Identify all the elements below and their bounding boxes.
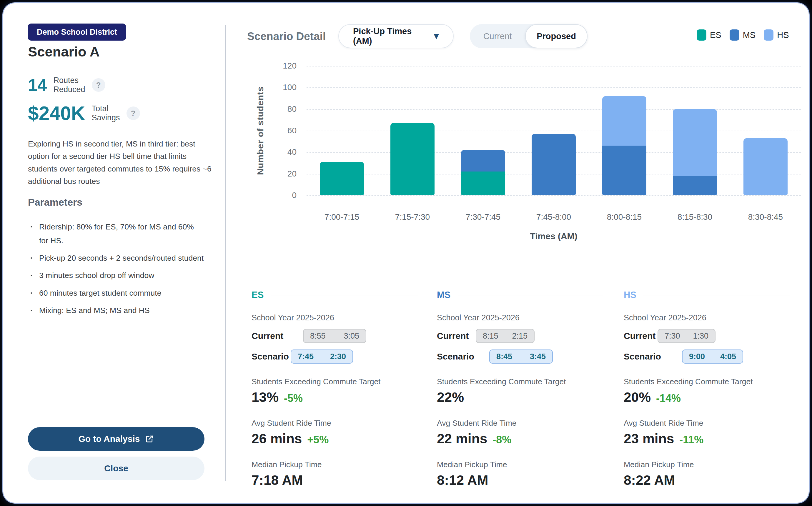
hs-current-row: Current 7:301:30	[624, 329, 790, 343]
parameters-heading: Parameters	[28, 196, 82, 208]
bar-segment	[320, 162, 364, 195]
go-to-analysis-button[interactable]: Go to Analysis	[28, 427, 204, 451]
x-tick-label: 8:30-8:45	[733, 213, 798, 222]
parameter-item: Pick-up 20 seconds + 2 seconds/routed st…	[28, 251, 204, 265]
bar-segment	[390, 123, 435, 195]
es-column: ES School Year 2025-2026 Current 8:553:0…	[252, 290, 418, 488]
legend-item-ms: MS	[730, 29, 756, 40]
legend-item-hs: HS	[764, 29, 789, 40]
chart-yticks: 020406080100120	[256, 66, 296, 195]
bar-segment	[602, 96, 646, 146]
routes-reduced-stat: 14 Routes Reduced ?	[28, 76, 105, 94]
chart-plot	[306, 66, 801, 195]
ms-commute-stat: Students Exceeding Commute Target 22%	[437, 377, 603, 405]
toggle-current[interactable]: Current	[470, 31, 525, 41]
pickup-times-chart: Number of students 020406080100120 7:00-…	[256, 66, 803, 248]
es-column-header: ES	[252, 290, 418, 301]
y-tick-label: 40	[256, 147, 296, 157]
header-divider	[271, 295, 418, 296]
y-tick-label: 60	[256, 126, 296, 135]
parameter-item: Ridership: 80% for ES, 70% for MS and 60…	[28, 220, 204, 248]
x-tick-label: 7:30-7:45	[451, 213, 516, 222]
es-color-chip	[697, 29, 706, 40]
bar-segment	[673, 176, 717, 195]
detail-title: Scenario Detail	[247, 30, 326, 43]
y-tick-label: 80	[256, 104, 296, 114]
total-savings-value: $240K	[28, 103, 85, 123]
es-commute-stat: Students Exceeding Commute Target 13% -5…	[252, 377, 418, 405]
x-axis-title: Times (AM)	[306, 231, 801, 241]
y-tick-label: 20	[256, 169, 296, 179]
current-proposed-toggle: Current Proposed	[470, 24, 588, 48]
bar-segment	[602, 146, 646, 195]
es-current-times: 8:553:05	[303, 329, 366, 343]
y-tick-label: 120	[256, 61, 296, 71]
chart-xlabels: 7:00-7:157:15-7:307:30-7:457:45-8:008:00…	[306, 213, 801, 224]
hs-ride-time-stat: Avg Student Ride Time 23 mins -11%	[624, 419, 790, 446]
metric-dropdown[interactable]: Pick-Up Times (AM) ▼	[338, 24, 454, 48]
scenario-modal: Demo School District Scenario A 14 Route…	[0, 0, 812, 506]
ms-scenario-row: Scenario 8:453:45	[437, 349, 603, 364]
panel-divider	[225, 25, 225, 481]
total-savings-label: Total Savings	[92, 104, 120, 122]
school-year-label: School Year 2025-2026	[437, 313, 603, 322]
routes-reduced-label: Routes Reduced	[54, 76, 85, 94]
hs-column-header: HS	[624, 290, 790, 301]
ms-column: MS School Year 2025-2026 Current 8:152:1…	[437, 290, 603, 488]
scenario-description: Exploring HS in second tier, MS in third…	[28, 138, 213, 188]
parameter-item: 60 minutes target student commute	[28, 286, 204, 300]
es-scenario-times: 7:452:30	[291, 349, 353, 364]
help-icon[interactable]: ?	[126, 106, 140, 120]
hs-column: HS School Year 2025-2026 Current 7:301:3…	[624, 290, 790, 488]
ms-color-chip	[730, 29, 739, 40]
district-badge-label: Demo School District	[37, 28, 117, 37]
es-scenario-row: Scenario 7:452:30	[252, 349, 418, 364]
district-badge: Demo School District	[28, 23, 126, 40]
toggle-proposed[interactable]: Proposed	[525, 24, 588, 48]
ms-current-times: 8:152:15	[476, 329, 535, 343]
y-tick-label: 0	[256, 191, 296, 200]
ms-column-header: MS	[437, 290, 603, 301]
routes-reduced-value: 14	[28, 77, 47, 94]
gridline	[306, 131, 801, 131]
close-button[interactable]: Close	[28, 456, 204, 480]
x-tick-label: 8:00-8:15	[592, 213, 657, 222]
x-tick-label: 8:15-8:30	[662, 213, 727, 222]
hs-pickup-time-stat: Median Pickup Time 8:22 AM	[624, 460, 790, 488]
gridline	[306, 195, 801, 196]
help-icon[interactable]: ?	[92, 78, 105, 92]
chevron-down-icon: ▼	[432, 31, 441, 41]
parameter-item: 3 minutes school drop off window	[28, 269, 204, 282]
hs-commute-stat: Students Exceeding Commute Target 20% -1…	[624, 377, 790, 405]
school-year-label: School Year 2025-2026	[252, 313, 418, 322]
school-year-label: School Year 2025-2026	[624, 313, 790, 322]
hs-scenario-times: 9:004:05	[682, 349, 743, 364]
total-savings-stat: $240K Total Savings ?	[28, 103, 140, 123]
external-link-icon	[145, 434, 154, 443]
bar-segment	[532, 134, 576, 195]
ms-scenario-times: 8:453:45	[489, 349, 553, 364]
gridline	[306, 109, 801, 110]
es-pickup-time-stat: Median Pickup Time 7:18 AM	[252, 460, 418, 488]
ms-current-row: Current 8:152:15	[437, 329, 603, 343]
header-divider	[643, 295, 790, 296]
es-ride-time-stat: Avg Student Ride Time 26 mins +5%	[252, 419, 418, 446]
parameter-item: Mixing: ES and MS; MS and HS	[28, 304, 204, 318]
x-tick-label: 7:45-8:00	[521, 213, 586, 222]
scenario-title: Scenario A	[28, 44, 100, 60]
x-tick-label: 7:00-7:15	[309, 213, 374, 222]
bar-segment	[743, 138, 788, 195]
chart-legend: ES MS HS	[697, 29, 789, 40]
bar-segment	[461, 171, 505, 195]
gridline	[306, 66, 801, 67]
x-tick-label: 7:15-7:30	[380, 213, 445, 222]
y-tick-label: 100	[256, 83, 296, 92]
bar-segment	[673, 109, 717, 176]
es-current-row: Current 8:553:05	[252, 329, 418, 343]
hs-current-times: 7:301:30	[657, 329, 716, 343]
gridline	[306, 87, 801, 88]
bar-segment	[461, 150, 505, 171]
legend-item-es: ES	[697, 29, 721, 40]
parameters-list: Ridership: 80% for ES, 70% for MS and 60…	[28, 220, 204, 321]
header-divider	[458, 295, 604, 296]
